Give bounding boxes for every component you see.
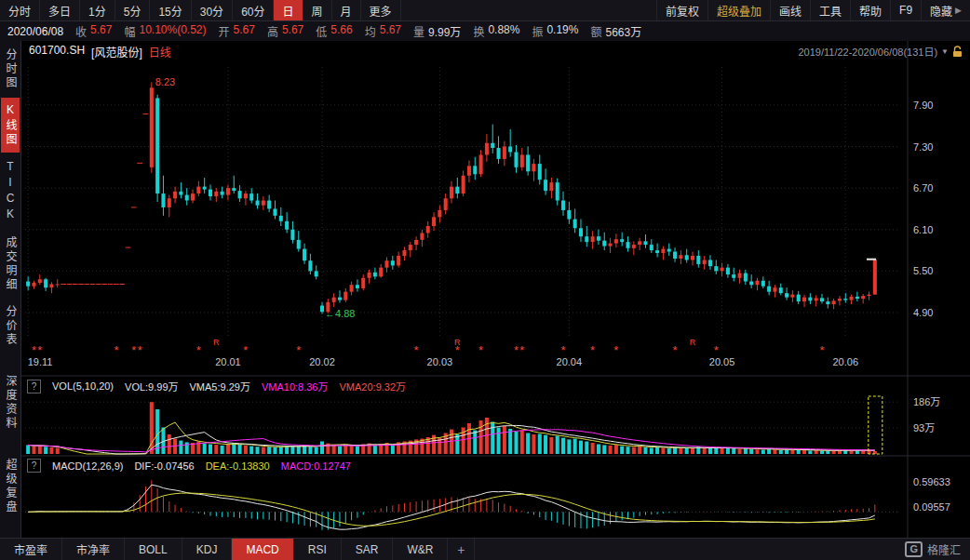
period-tab-1min[interactable]: 1分 xyxy=(80,0,115,20)
period-tab-60min[interactable]: 60分 xyxy=(233,0,274,20)
tab-wr[interactable]: W&R xyxy=(393,539,448,560)
period-tab-duori[interactable]: 多日 xyxy=(40,0,80,20)
toolbar-item-f9[interactable]: F9 xyxy=(890,0,921,20)
sidebar-item-trade-detail[interactable]: 成交明细 xyxy=(1,231,20,298)
toolbar-item-help[interactable]: 帮助 xyxy=(850,0,890,20)
tab-rsi[interactable]: RSI xyxy=(294,539,342,560)
svg-text:*: * xyxy=(560,343,565,357)
quote-field-turnover: 换0.88% xyxy=(473,23,519,39)
tab-macd[interactable]: MACD xyxy=(232,539,293,560)
collapse-icon: ▶ xyxy=(955,6,962,15)
svg-text:*: * xyxy=(819,343,824,357)
svg-text:*: * xyxy=(32,343,36,357)
sidebar-item-depth-info[interactable]: 深度资料 xyxy=(1,369,20,436)
quote-field-open: 开5.67 xyxy=(219,23,255,39)
svg-text:R: R xyxy=(213,338,220,347)
vma20-value: VMA20:9.32万 xyxy=(340,379,407,393)
volume-pane: 186万93万 xyxy=(25,396,940,454)
svg-text:7.30: 7.30 xyxy=(913,141,933,153)
toolbar-item-super-overlay[interactable]: 超级叠加 xyxy=(707,0,770,20)
date-range-selector[interactable]: 2019/11/22-2020/06/08(131日) ▼ xyxy=(798,44,963,59)
toolbar-item-forward-adjust[interactable]: 前复权 xyxy=(656,0,707,20)
kline-pane: 7.907.306.706.105.504.9019.1120.0120.022… xyxy=(25,67,933,367)
vol-indicator-name[interactable]: VOL(5,10,20) xyxy=(52,380,114,392)
indicator-help-icon[interactable]: ? xyxy=(27,380,41,393)
period-toolbar: 分时 多日 1分 5分 15分 30分 60分 日 周 月 更多 前复权 超级叠… xyxy=(0,0,970,21)
tab-sar[interactable]: SAR xyxy=(342,539,394,560)
svg-text:*: * xyxy=(37,343,42,357)
period-tab-30min[interactable]: 30分 xyxy=(192,0,233,20)
svg-text:*: * xyxy=(519,343,524,357)
sidebar-item-price-table[interactable]: 分价表 xyxy=(1,300,20,353)
add-indicator-button[interactable]: + xyxy=(448,539,475,560)
left-sidebar: 分时图 K线图 TICK 成交明细 分价表 深度资料 超级复盘 xyxy=(0,41,21,538)
svg-text:20.05: 20.05 xyxy=(709,356,735,367)
brand-name: 格隆汇 xyxy=(927,541,961,557)
svg-text:20.01: 20.01 xyxy=(215,356,241,367)
tab-boll[interactable]: BOLL xyxy=(125,539,182,560)
quote-field-low: 低5.66 xyxy=(316,23,352,39)
vol-value: VOL:9.99万 xyxy=(125,379,178,393)
quote-field-volume: 量9.99万 xyxy=(413,23,461,39)
svg-text:4.90: 4.90 xyxy=(913,307,933,318)
svg-text:*: * xyxy=(131,343,136,357)
sidebar-item-super-replay[interactable]: 超级复盘 xyxy=(1,453,20,520)
macd-indicator-name[interactable]: MACD(12,26,9) xyxy=(52,460,123,472)
svg-text:93万: 93万 xyxy=(913,422,935,433)
macd-pane: 0.596330.09557 xyxy=(25,476,950,530)
tab-pe-ratio[interactable]: 市盈率 xyxy=(0,539,62,560)
period-tab-daily[interactable]: 日 xyxy=(274,0,303,20)
svg-text:0.59633: 0.59633 xyxy=(913,476,950,487)
svg-text:*: * xyxy=(673,343,678,357)
quote-bar: 2020/06/08 收5.67 幅10.10%(0.52) 开5.67 高5.… xyxy=(0,21,970,42)
svg-text:R: R xyxy=(454,338,461,347)
svg-text:*: * xyxy=(414,343,419,357)
chart-title: 601700.SH [风范股份] 日线 xyxy=(29,44,171,60)
svg-text:*: * xyxy=(243,343,248,357)
quote-date: 2020/06/08 xyxy=(7,25,63,38)
svg-text:R: R xyxy=(690,338,696,347)
svg-text:6.10: 6.10 xyxy=(913,224,933,235)
stock-symbol: 601700.SH xyxy=(29,44,85,60)
toolbar-item-hide[interactable]: 隐藏 ▶ xyxy=(921,0,970,20)
period-tab-5min[interactable]: 5分 xyxy=(115,0,151,20)
period-tab-weekly[interactable]: 周 xyxy=(303,0,332,20)
period-label: 日线 xyxy=(149,44,171,60)
svg-text:7.90: 7.90 xyxy=(913,100,933,111)
svg-text:19.11: 19.11 xyxy=(28,356,53,367)
quote-field-avg: 均5.67 xyxy=(365,23,401,39)
svg-text:20.03: 20.03 xyxy=(427,356,453,367)
vma5-value: VMA5:9.29万 xyxy=(190,379,250,393)
svg-text:*: * xyxy=(196,343,201,357)
volume-indicator-header: ? VOL(5,10,20) VOL:9.99万 VMA5:9.29万 VMA1… xyxy=(27,379,406,393)
lock-icon[interactable] xyxy=(952,46,963,58)
svg-text:*: * xyxy=(478,343,483,357)
tab-kdj[interactable]: KDJ xyxy=(182,539,233,560)
date-range-label: 2019/11/22-2020/06/08(131日) xyxy=(798,44,937,59)
stock-name: [风范股份] xyxy=(91,44,142,60)
macd-value: MACD:0.12747 xyxy=(281,460,351,472)
svg-text:*: * xyxy=(590,343,595,357)
period-tab-fenshi[interactable]: 分时 xyxy=(0,0,40,20)
toolbar-right-group: 前复权 超级叠加 画线 工具 帮助 F9 隐藏 ▶ xyxy=(656,0,970,20)
svg-text:*: * xyxy=(114,343,118,357)
period-tab-monthly[interactable]: 月 xyxy=(332,0,361,20)
sidebar-item-tick[interactable]: TICK xyxy=(1,154,20,229)
svg-text:186万: 186万 xyxy=(913,396,940,407)
quote-field-amount: 额5663万 xyxy=(590,23,641,39)
brand-logo-icon: G xyxy=(905,541,923,557)
period-tab-15min[interactable]: 15分 xyxy=(150,0,191,20)
svg-text:20.06: 20.06 xyxy=(832,356,858,367)
sidebar-item-timeshare[interactable]: 分时图 xyxy=(1,43,20,96)
indicator-help-icon[interactable]: ? xyxy=(27,459,41,473)
dropdown-icon: ▼ xyxy=(941,47,949,56)
svg-text:20.02: 20.02 xyxy=(309,356,335,367)
svg-text:8.23: 8.23 xyxy=(155,76,175,87)
period-tab-more[interactable]: 更多 xyxy=(361,0,401,20)
sidebar-item-kline[interactable]: K线图 xyxy=(1,98,20,153)
tab-pb-ratio[interactable]: 市净率 xyxy=(62,539,125,560)
toolbar-item-draw-line[interactable]: 画线 xyxy=(770,0,810,20)
toolbar-item-tools[interactable]: 工具 xyxy=(810,0,850,20)
svg-text:*: * xyxy=(514,343,519,357)
svg-text:*: * xyxy=(613,343,618,357)
